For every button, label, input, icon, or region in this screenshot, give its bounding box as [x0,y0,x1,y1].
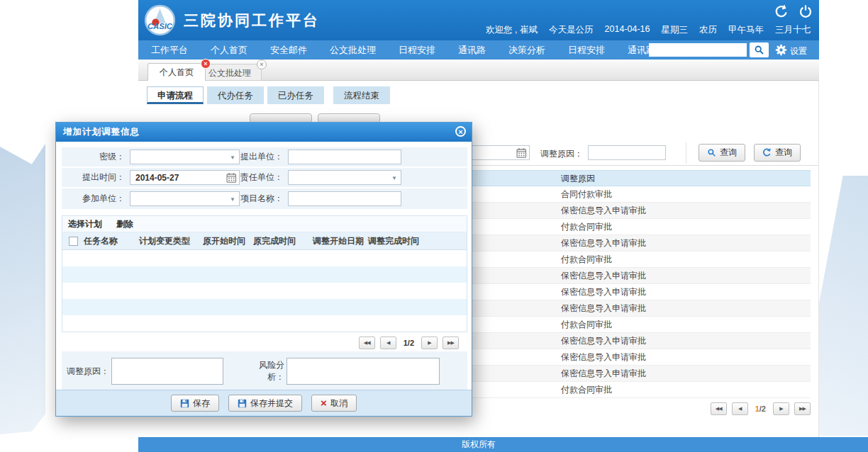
select-all-checkbox[interactable] [69,237,78,246]
delete-link[interactable]: 删除 [116,218,133,230]
project-name-input[interactable] [289,193,401,206]
app-title: 三院协同工作平台 [184,11,320,30]
responsible-unit-select[interactable]: ▼ [288,170,401,185]
save-icon [180,399,189,408]
reset-query-button[interactable]: 查询 [754,144,801,162]
propose-time-value: 2014-05-27 [135,173,179,183]
settings-label[interactable]: 设置 [790,45,807,57]
subtab-done-tasks[interactable]: 已办任务 [267,86,324,104]
lunar-year: 甲午马年 [728,24,764,36]
plan-table-rows [62,250,467,332]
responsible-unit-label: 责任单位： [240,171,288,183]
column-change-type: 计划变更类型 [139,235,203,247]
form-row: 密级： ▼ 提出单位： [62,147,467,168]
propose-time-field[interactable]: 2014-05-27 [130,170,240,185]
search-input[interactable] [649,43,747,57]
plan-pager: ◀◀ ◀ 1/2 ▶ ▶▶ [62,337,467,349]
main-nav: 工作平台 个人首页 安全邮件 公文批处理 日程安排 通讯路 决策分析 日程安排 … [138,40,819,60]
participate-unit-select[interactable]: ▼ [130,191,240,206]
save-icon [238,399,247,408]
subtab-apply-flow[interactable]: 申请流程 [147,86,204,104]
reset-icon [762,148,772,157]
close-icon[interactable]: × [455,126,466,137]
lunar-label: 农历 [699,24,717,36]
nav-item-secure-mail[interactable]: 安全邮件 [259,40,318,60]
nav-item-work-platform[interactable]: 工作平台 [140,40,199,60]
first-page-button[interactable]: ◀◀ [359,337,375,349]
propose-time-label: 提出时间： [62,171,130,183]
button-label: 查询 [720,147,737,159]
save-button[interactable]: 保存 [171,395,219,412]
next-page-button[interactable]: ▶ [773,402,789,415]
search-icon [707,148,716,157]
last-page-button[interactable]: ▶▶ [443,337,459,349]
prev-page-button[interactable]: ◀ [732,402,748,415]
button-label: 保存 [193,397,210,409]
select-plan-link[interactable]: 选择计划 [68,218,102,230]
dialog-title: 增加计划调整信息 [56,123,472,142]
nav-item-decision-analysis[interactable]: 决策分析 [497,40,557,60]
lunar-day: 三月十七 [775,24,811,36]
first-page-button[interactable]: ◀◀ [711,402,727,415]
plan-table-panel: 选择计划 删除 任务名称 计划变更类型 原开始时间 原完成时间 调整开始日期 调… [62,215,467,332]
propose-unit-field [288,149,401,164]
project-name-label: 项目名称： [240,193,288,205]
button-label: 取消 [330,397,347,409]
copyright-text: 版权所有 [138,437,819,452]
calendar-icon[interactable] [226,172,237,186]
nav-item-schedule-2[interactable]: 日程安排 [557,40,616,60]
tab-close-icon[interactable]: × [257,60,267,69]
nav-item-schedule[interactable]: 日程安排 [387,40,447,60]
propose-unit-input[interactable] [289,151,401,164]
next-page-button[interactable]: ▶ [421,337,438,349]
total-pages: /2 [760,405,766,413]
search-button[interactable] [750,43,769,57]
subtab-flow-finished[interactable]: 流程结束 [333,86,390,104]
secrecy-label: 密级： [62,151,130,163]
nav-item-contacts[interactable]: 通讯路 [447,40,497,60]
subtab-pending-tasks[interactable]: 代办任务 [207,86,264,104]
column-orig-finish: 原完成时间 [253,235,313,247]
prev-page-button[interactable]: ◀ [380,337,396,349]
column-orig-start: 原开始时间 [203,235,253,247]
empty-row [62,266,467,283]
power-icon[interactable] [799,4,813,21]
dialog-bottom-form: 调整原因： 风险分析： [62,351,467,391]
adjust-reason-label: 调整原因： [62,366,109,378]
gear-icon[interactable] [775,44,787,59]
user-info-bar: 欢迎您 , 崔斌 今天是公历 2014-04-16 星期三 农历 甲午马年 三月… [486,24,811,36]
tab-close-icon[interactable]: × [201,59,211,69]
filter-reason-label: 调整原因： [540,148,583,160]
adjust-reason-textarea[interactable] [111,358,223,385]
search-query-button[interactable]: 查询 [699,144,745,162]
secrecy-select[interactable]: ▼ [130,149,240,164]
dialog-footer: 保存 保存并提交 × 取消 [56,390,472,416]
chevron-down-icon: ▼ [391,175,397,181]
project-name-field [288,191,401,206]
last-page-button[interactable]: ▶▶ [794,402,811,415]
column-adjust-start: 调整开始日期 [313,235,368,247]
window-tabstrip: 个人首页 × 公文批处理 × [138,60,819,81]
form-row: 提出时间： 2014-05-27 责任单位： ▼ [62,168,467,188]
save-and-submit-button[interactable]: 保存并提交 [228,395,302,412]
empty-row [62,315,467,332]
nav-item-personal-home[interactable]: 个人首页 [199,40,259,60]
filter-reason-input[interactable] [589,147,665,160]
date-prefix: 今天是公历 [549,24,594,36]
participate-unit-label: 参加单位： [62,193,130,205]
risk-analysis-textarea[interactable] [286,358,440,385]
welcome-text: 欢迎您 , 崔斌 [486,24,538,36]
cancel-button[interactable]: × 取消 [311,395,357,412]
filter-reason-field [588,145,666,160]
form-row: 参加单位： ▼ 项目名称： [62,188,467,209]
search-icon [754,45,764,55]
risk-analysis-label: 风险分析： [252,359,284,383]
page-indicator: 1/2 [755,405,766,413]
nav-item-document-processing[interactable]: 公文批处理 [318,40,387,60]
divider [686,142,686,164]
calendar-icon[interactable] [516,147,527,162]
page-indicator: 1/2 [404,339,414,347]
column-task-name: 任务名称 [84,235,139,247]
tab-personal-home[interactable]: 个人首页 × [148,63,206,81]
refresh-icon[interactable] [774,4,789,21]
